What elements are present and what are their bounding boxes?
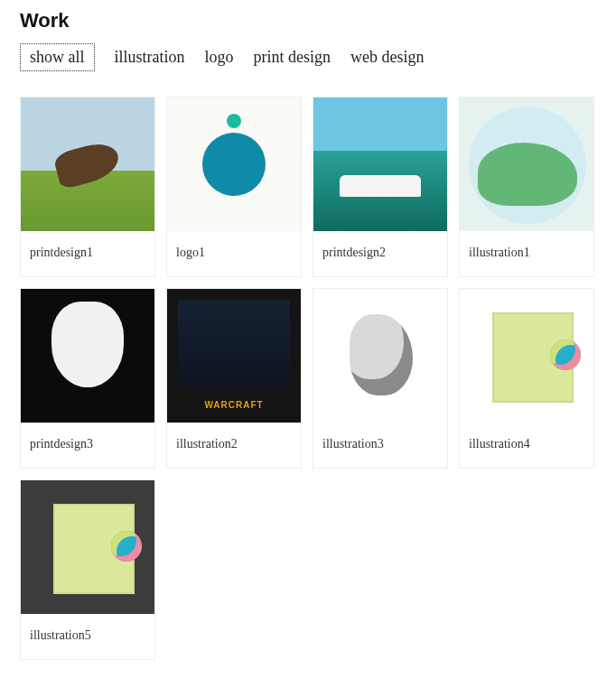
filter-logo[interactable]: logo (205, 48, 234, 67)
portfolio-card[interactable]: printdesign2 (313, 97, 448, 277)
thumbnail-image (313, 289, 447, 423)
thumbnail-image (21, 98, 154, 231)
thumbnail-caption: illustration5 (21, 614, 154, 659)
filter-web-design[interactable]: web design (350, 48, 424, 67)
thumbnail-caption: illustration3 (313, 423, 447, 468)
thumbnail-caption: printdesign2 (313, 231, 447, 276)
filter-print-design[interactable]: print design (254, 48, 331, 67)
thumbnail-caption: illustration1 (460, 231, 593, 276)
portfolio-card[interactable]: illustration5 (20, 479, 155, 660)
thumbnail-caption: logo1 (167, 231, 301, 276)
thumbnail-image (460, 289, 593, 423)
portfolio-card[interactable]: printdesign1 (20, 97, 155, 277)
thumbnail-image (21, 289, 154, 423)
filter-bar: show allillustrationlogoprint designweb … (20, 43, 596, 71)
portfolio-card[interactable]: illustration2 (166, 288, 302, 469)
portfolio-card[interactable]: illustration4 (459, 288, 594, 469)
portfolio-card[interactable]: illustration3 (313, 288, 448, 469)
thumbnail-image (167, 98, 301, 231)
portfolio-grid: printdesign1logo1printdesign2illustratio… (20, 97, 596, 660)
thumbnail-image (313, 98, 447, 231)
filter-show-all[interactable]: show all (20, 43, 95, 71)
page-title: Work (20, 9, 596, 33)
thumbnail-caption: illustration4 (460, 423, 593, 468)
thumbnail-caption: illustration2 (167, 423, 301, 468)
thumbnail-image (167, 289, 301, 423)
thumbnail-image (460, 98, 593, 231)
thumbnail-caption: printdesign3 (21, 423, 154, 468)
filter-illustration[interactable]: illustration (115, 48, 185, 67)
thumbnail-image (21, 480, 154, 614)
thumbnail-caption: printdesign1 (21, 231, 154, 276)
portfolio-card[interactable]: printdesign3 (20, 288, 155, 469)
portfolio-card[interactable]: logo1 (166, 97, 302, 277)
portfolio-card[interactable]: illustration1 (459, 97, 594, 277)
